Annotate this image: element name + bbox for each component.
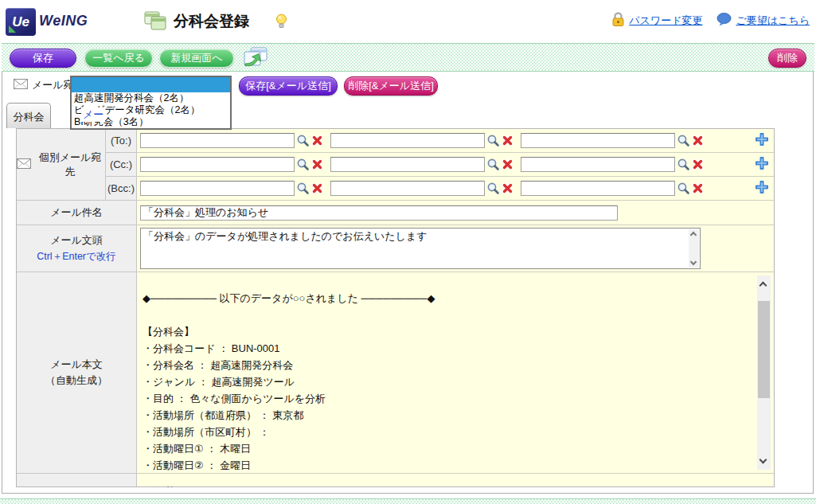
scroll-up-icon[interactable] xyxy=(759,282,767,290)
to-row xyxy=(137,129,774,153)
cc-input-3[interactable] xyxy=(521,157,675,172)
search-icon[interactable] xyxy=(296,158,310,171)
save-and-send-button[interactable]: 保存[&メール送信] xyxy=(239,76,338,96)
opening-hint: Ctrl＋Enterで改行 xyxy=(37,248,116,264)
opening-row: 「分科会」のデータが処理されましたのでお伝えいたします xyxy=(137,225,774,272)
weing-logo-icon: Ue xyxy=(6,8,36,36)
envelope-icon xyxy=(17,158,31,171)
bcc-row xyxy=(137,177,774,201)
search-icon[interactable] xyxy=(296,182,310,195)
body-label: メール本文 xyxy=(45,357,107,373)
bcc-label: (Bcc:) xyxy=(107,182,135,194)
envelope-icon xyxy=(14,79,28,92)
search-icon[interactable] xyxy=(677,158,690,171)
clear-x-icon[interactable] xyxy=(502,182,513,194)
search-icon[interactable] xyxy=(296,134,310,147)
add-recipient-icon[interactable] xyxy=(755,157,768,173)
lock-icon xyxy=(611,12,625,29)
individual-dest-label: 個別メール宛先 xyxy=(35,150,105,179)
opening-textarea[interactable]: 「分科会」のデータが処理されましたのでお伝えいたします xyxy=(140,228,701,269)
clear-x-icon[interactable] xyxy=(502,158,513,170)
scroll-up-icon[interactable] xyxy=(690,232,697,238)
cc-input-1[interactable] xyxy=(140,157,295,172)
new-screen-button[interactable]: 新規画面へ xyxy=(159,49,234,68)
page-title: 分科会登録 xyxy=(174,11,249,32)
subject-label: メール件名 xyxy=(50,205,103,220)
save-button[interactable]: 保存 xyxy=(10,49,76,68)
dropdown-option[interactable]: 超高速開発分科会（2名） xyxy=(72,92,230,104)
clear-x-icon[interactable] xyxy=(502,135,513,147)
body-row: ◆───────── 以下のデータが○○されました ─────────◆ 【分科… xyxy=(137,272,774,474)
body-label-cell: メール本文 （自動生成） xyxy=(17,272,137,474)
footer-label-cell xyxy=(17,474,137,486)
cc-input-2[interactable] xyxy=(330,157,485,172)
body-sublabel: （自動生成） xyxy=(45,373,107,389)
tab-bunkakai[interactable]: 分科会 xyxy=(6,103,51,128)
clear-x-icon[interactable] xyxy=(692,182,704,194)
delete-button[interactable]: 削除 xyxy=(768,49,806,68)
subject-input[interactable] xyxy=(140,205,618,221)
clear-x-icon[interactable] xyxy=(692,135,704,147)
delete-and-send-button[interactable]: 削除[&メール送信] xyxy=(344,76,438,96)
individual-dest-label-cell: 個別メール宛先 xyxy=(17,129,106,201)
tab-mail-partial[interactable]: メー xyxy=(81,107,105,122)
search-icon[interactable] xyxy=(486,134,500,147)
form-container: メール宛先: 保存[&メール送信] 削除[&メール送信] 超高速開発分科会（2名… xyxy=(2,72,814,494)
bcc-input-2[interactable] xyxy=(330,181,485,196)
add-recipient-icon[interactable] xyxy=(755,181,768,197)
to-input-1[interactable] xyxy=(140,133,295,148)
search-icon[interactable] xyxy=(486,182,500,195)
bcc-input-3[interactable] xyxy=(521,181,675,196)
page: Ue WeING 分科会登録 xyxy=(0,0,816,504)
weing-logo-text: WeING xyxy=(39,13,88,29)
clear-x-icon[interactable] xyxy=(692,158,704,170)
search-icon[interactable] xyxy=(486,158,500,171)
subject-row xyxy=(137,201,774,225)
scroll-down-icon[interactable] xyxy=(759,456,767,464)
to-input-3[interactable] xyxy=(521,133,675,148)
scroll-down-icon[interactable] xyxy=(690,259,697,265)
scrollbar-thumb[interactable] xyxy=(758,301,770,398)
bcc-input-1[interactable] xyxy=(140,181,295,196)
clear-x-icon[interactable] xyxy=(311,158,323,170)
to-input-2[interactable] xyxy=(330,133,485,148)
search-icon[interactable] xyxy=(677,182,690,195)
toolbar: 保存 一覧へ戻る 新規画面へ 削除 xyxy=(2,43,814,72)
to-label: (To:) xyxy=(111,135,131,147)
search-icon[interactable] xyxy=(677,134,690,147)
window-icon xyxy=(144,11,166,34)
copy-to-new-window-icon[interactable] xyxy=(242,47,268,72)
dropdown-option-selected-blank[interactable] xyxy=(72,77,230,92)
opening-text[interactable]: 「分科会」のデータが処理されましたのでお伝えいたします xyxy=(143,230,687,243)
mail-form-table: 個別メール宛先 (To:) xyxy=(16,128,775,487)
opening-label-cell: メール文頭 Ctrl＋Enterで改行 xyxy=(17,225,137,272)
header-links: パスワード変更 ご要望はこちら xyxy=(611,12,810,29)
to-label-cell: (To:) xyxy=(106,129,137,153)
header: Ue WeING 分科会登録 xyxy=(0,0,816,43)
cc-label-cell: (Cc:) xyxy=(106,153,137,177)
clear-x-icon[interactable] xyxy=(311,135,323,147)
back-to-list-button[interactable]: 一覧へ戻る xyxy=(84,49,153,68)
cc-row xyxy=(137,153,774,177)
body-scrollbar[interactable] xyxy=(757,275,771,470)
password-change-link[interactable]: パスワード変更 xyxy=(629,14,702,28)
opening-label: メール文頭 xyxy=(37,232,116,248)
add-recipient-icon[interactable] xyxy=(755,133,768,149)
footer-row xyxy=(137,474,774,486)
bottom-bar xyxy=(0,498,816,504)
mail-body-text: ◆───────── 以下のデータが○○されました ─────────◆ 【分科… xyxy=(137,272,455,490)
lightbulb-icon[interactable] xyxy=(275,14,287,32)
textarea-scrollbar[interactable] xyxy=(689,229,699,268)
cc-label: (Cc:) xyxy=(110,158,132,170)
clear-x-icon[interactable] xyxy=(311,182,323,194)
bcc-label-cell: (Bcc:) xyxy=(106,177,137,201)
subject-label-cell: メール件名 xyxy=(17,201,137,225)
request-link[interactable]: ご要望はこちら xyxy=(736,14,810,28)
speech-bubble-icon xyxy=(716,13,732,29)
